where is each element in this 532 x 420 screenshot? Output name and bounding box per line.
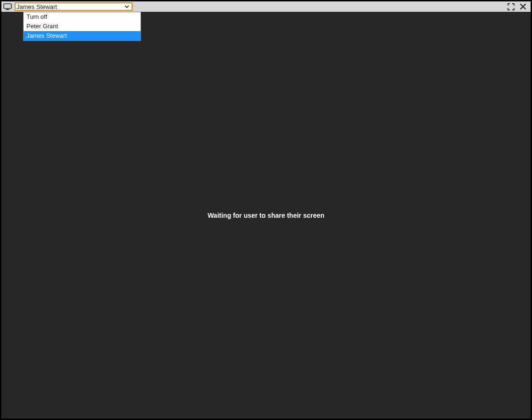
close-button[interactable]	[518, 2, 528, 11]
user-select-dropdown[interactable]: Turn off Peter Grant James Stewart	[23, 12, 141, 41]
screen-share-viewport: Waiting for user to share their screen	[1, 12, 531, 419]
user-select[interactable]: James Stewart	[15, 2, 133, 11]
dropdown-option-james-stewart[interactable]: James Stewart	[24, 31, 141, 41]
monitor-icon	[3, 3, 12, 10]
fullscreen-button[interactable]	[506, 2, 515, 11]
svg-rect-0	[4, 4, 11, 8]
dropdown-option-turn-off[interactable]: Turn off	[24, 12, 141, 22]
toolbar: James Stewart	[1, 1, 531, 12]
svg-rect-2	[7, 8, 8, 9]
waiting-message: Waiting for user to share their screen	[208, 212, 324, 219]
window-frame: James Stewart Turn off Peter Grant James…	[0, 0, 532, 420]
dropdown-option-peter-grant[interactable]: Peter Grant	[24, 22, 141, 31]
